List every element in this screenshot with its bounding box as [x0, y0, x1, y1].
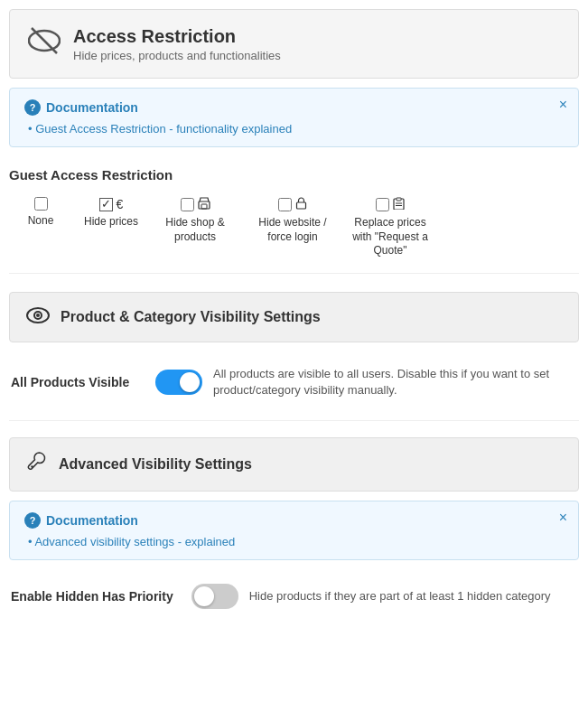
doc-link-1[interactable]: Guest Access Restriction - functionality… — [24, 122, 292, 136]
product-visibility-panel: Product & Category Visibility Settings — [9, 292, 579, 342]
option-hide-shop: Hide shop & products — [150, 197, 240, 244]
toggle-slider-off — [191, 584, 238, 609]
clipboard-icon — [393, 197, 405, 212]
option-replace-prices: Replace prices with "Request a Quote" — [345, 197, 435, 258]
svg-rect-6 — [397, 198, 401, 201]
lock-icon — [295, 197, 307, 212]
doc-box-close-1[interactable]: × — [559, 98, 567, 112]
doc-box-1: ? Documentation × Guest Access Restricti… — [9, 88, 579, 147]
hidden-priority-toggle[interactable] — [191, 584, 238, 609]
wrench-icon — [26, 451, 48, 478]
toggle-container-hidden: Hide products if they are part of at lea… — [191, 584, 551, 609]
page-title: Access Restriction — [73, 26, 281, 47]
svg-rect-2 — [199, 201, 210, 209]
svg-rect-3 — [201, 204, 207, 209]
option-none: None — [9, 197, 72, 229]
shop-icon — [198, 197, 210, 212]
advanced-visibility-panel: Advanced Visibility Settings — [9, 437, 579, 492]
page-subtitle: Hide prices, products and functionalitie… — [73, 49, 281, 62]
question-icon-2: ? — [24, 512, 41, 529]
question-icon-1: ? — [24, 99, 41, 116]
hidden-priority-row: Enable Hidden Has Priority Hide products… — [0, 569, 588, 623]
hidden-priority-desc: Hide products if they are part of at lea… — [249, 588, 551, 604]
svg-point-12 — [31, 465, 33, 467]
all-products-row: All Products Visible All products are vi… — [0, 351, 588, 413]
checkbox-replace-prices[interactable] — [376, 198, 389, 211]
svg-rect-4 — [297, 202, 306, 209]
euro-icon: € — [117, 197, 124, 211]
doc-link-2[interactable]: Advanced visibility settings - explained — [24, 535, 235, 548]
all-products-desc: All products are visible to all users. D… — [213, 366, 577, 398]
doc-box-2: ? Documentation × Advanced visibility se… — [9, 501, 579, 560]
restriction-options: None € Hide prices Hide shop & products — [0, 190, 588, 273]
header-section: Access Restriction Hide prices, products… — [9, 9, 579, 79]
toggle-slider-on — [155, 370, 202, 395]
option-hide-website: Hide website / force login — [247, 197, 338, 244]
hidden-priority-label: Enable Hidden Has Priority — [11, 589, 173, 604]
option-hide-prices: € Hide prices — [79, 197, 143, 230]
checkbox-hide-website[interactable] — [278, 198, 292, 211]
option-hide-shop-label: Hide shop & products — [150, 216, 240, 244]
checkbox-none[interactable] — [34, 197, 48, 211]
header-text: Access Restriction Hide prices, products… — [73, 26, 281, 62]
access-restriction-icon — [28, 24, 61, 63]
checkbox-hide-prices[interactable] — [99, 198, 113, 211]
doc-box-close-2[interactable]: × — [559, 511, 567, 525]
doc-title-2: ? Documentation — [24, 512, 564, 529]
svg-point-11 — [36, 314, 40, 317]
option-hide-website-label: Hide website / force login — [247, 216, 338, 244]
option-none-label: None — [28, 214, 54, 229]
option-hide-prices-label: Hide prices — [84, 215, 138, 230]
all-products-toggle[interactable] — [155, 370, 202, 395]
product-visibility-title: Product & Category Visibility Settings — [61, 309, 321, 325]
advanced-visibility-title: Advanced Visibility Settings — [59, 456, 252, 473]
guest-section-title: Guest Access Restriction — [0, 156, 588, 190]
doc-title-1: ? Documentation — [24, 99, 564, 116]
checkbox-hide-shop[interactable] — [181, 198, 194, 211]
eye-icon — [26, 305, 50, 329]
toggle-container-products: All products are visible to all users. D… — [155, 366, 577, 398]
all-products-label: All Products Visible — [11, 375, 137, 389]
option-replace-prices-label: Replace prices with "Request a Quote" — [345, 216, 435, 258]
